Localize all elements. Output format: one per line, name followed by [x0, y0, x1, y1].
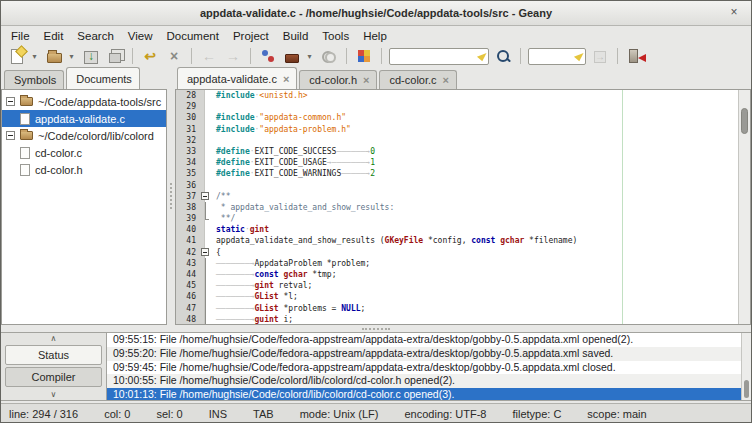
fold-margin [200, 168, 212, 179]
tree-item-label: appdata-validate.c [35, 113, 125, 125]
tab-close-icon[interactable]: × [283, 74, 289, 84]
code-line[interactable]: 35#define·EXIT_CODE_WARNINGS─────→2 [176, 168, 750, 179]
menu-help[interactable]: Help [356, 28, 394, 44]
code-line[interactable]: 28#include·<unistd.h> [176, 90, 750, 101]
status-message-row[interactable]: 09:55:15: File /home/hughsie/Code/fedora… [107, 333, 751, 347]
menu-view[interactable]: View [121, 28, 160, 44]
new-button[interactable] [6, 46, 28, 66]
code-line[interactable]: 30#include·"appdata-common.h" [176, 112, 750, 123]
fold-collapse-icon[interactable] [201, 192, 209, 200]
navigate-forward-button[interactable]: → [222, 46, 244, 66]
close-button[interactable]: × [163, 46, 185, 66]
code-line[interactable]: 46───────→GList *l; [176, 291, 750, 302]
code-line[interactable]: 42{ [176, 247, 750, 258]
geany-window: appdata-validate.c - /home/hughsie/Code/… [0, 0, 752, 423]
tree-item-cd-color.c[interactable]: cd-color.c [2, 144, 166, 161]
fold-margin[interactable] [200, 247, 212, 258]
code-token: i; [279, 315, 293, 324]
tab-close-icon[interactable]: × [363, 75, 369, 85]
menu-file[interactable]: File [4, 28, 37, 44]
editor-scrollbar-thumb[interactable] [741, 108, 748, 134]
code-line[interactable]: 48───────→guint i; [176, 314, 750, 325]
line-number: 32 [176, 135, 200, 146]
fold-margin [200, 213, 212, 224]
code-line[interactable]: 36 [176, 180, 750, 191]
panel-tab-compiler[interactable]: Compiler [5, 367, 102, 387]
open-button[interactable] [43, 46, 65, 66]
editor-tab-cd-color.h[interactable]: cd-color.h× [299, 70, 377, 89]
panel-splitter[interactable] [1, 325, 751, 332]
build-dropdown[interactable]: ▾ [304, 46, 315, 66]
menu-build[interactable]: Build [276, 28, 316, 44]
editor-tab-cd-color.c[interactable]: cd-color.c× [379, 70, 457, 89]
open-dropdown[interactable]: ▾ [66, 46, 77, 66]
tree-item--Code-appdata-tools-src[interactable]: ~/Code/appdata-tools/src [2, 93, 166, 110]
code-line[interactable]: 33#define·EXIT_CODE_SUCCESS──────→0 [176, 146, 750, 157]
messages-scrollbar-thumb[interactable] [744, 380, 749, 398]
sidebar-tab-documents[interactable]: Documents [66, 67, 140, 89]
open-icon [47, 53, 62, 63]
code-line[interactable]: 47───────→GList *problems = NULL; [176, 303, 750, 314]
revert-button[interactable]: ↩ [139, 46, 161, 66]
code-line[interactable]: 45───────→gint retval; [176, 280, 750, 291]
code-line[interactable]: 39 **/ [176, 213, 750, 224]
goto-line-button[interactable] [589, 46, 611, 66]
line-number: 28 [176, 90, 200, 101]
code-token: #define [216, 169, 250, 178]
code-line[interactable]: 37/** [176, 191, 750, 202]
code-line[interactable]: 44───────→const gchar *tmp; [176, 269, 750, 280]
code-area[interactable]: 28#include·<unistd.h>2930#include·"appda… [175, 89, 751, 325]
code-line[interactable]: 38 * appdata_validate_and_show_results: [176, 202, 750, 213]
tree-expander-icon[interactable] [6, 131, 15, 140]
menu-project[interactable]: Project [226, 28, 276, 44]
code-line[interactable]: 40static·gint [176, 224, 750, 235]
compile-button[interactable] [257, 46, 279, 66]
tree-item--Code-colord-lib-colord[interactable]: ~/Code/colord/lib/colord [2, 127, 166, 144]
search-button[interactable] [492, 46, 514, 66]
line-number: 35 [176, 168, 200, 179]
save-all-button[interactable] [104, 46, 126, 66]
status-message-row[interactable]: 09:55:20: File /home/hughsie/Code/fedora… [107, 347, 751, 361]
editor-scrollbar[interactable] [738, 90, 750, 324]
code-line[interactable]: 31#include·"appdata-problem.h" [176, 124, 750, 135]
code-line[interactable]: 43───────→AppdataProblem *problem; [176, 258, 750, 269]
new-dropdown[interactable]: ▾ [29, 46, 40, 66]
status-message-row[interactable]: 10:01:13: File /home/hughsie/Code/colord… [107, 388, 751, 400]
menu-edit[interactable]: Edit [37, 28, 71, 44]
fold-margin[interactable] [200, 191, 212, 202]
tree-item-cd-color.h[interactable]: cd-color.h [2, 161, 166, 178]
panel-tab-status[interactable]: Status [5, 345, 102, 365]
code-token: 2 [370, 169, 375, 178]
panel-tabs-scroll-down-icon[interactable]: ∨ [1, 389, 106, 400]
tab-close-icon[interactable]: × [443, 75, 449, 85]
sidebar-splitter[interactable] [167, 67, 175, 325]
status-message-row[interactable]: 09:59:45: File /home/hughsie/Code/fedora… [107, 361, 751, 375]
color-chooser-button[interactable] [353, 46, 375, 66]
navigate-back-button[interactable]: ← [198, 46, 220, 66]
menu-document[interactable]: Document [160, 28, 226, 44]
menu-search[interactable]: Search [70, 28, 120, 44]
menu-tools[interactable]: Tools [315, 28, 356, 44]
build-button[interactable] [281, 46, 303, 66]
tree-item-appdata-validate.c[interactable]: appdata-validate.c [2, 110, 166, 127]
code-line[interactable]: 34#define·EXIT_CODE_USAGE→───────→1 [176, 157, 750, 168]
line-number: 31 [176, 124, 200, 135]
editor-tab-appdata-validate.c[interactable]: appdata-validate.c× [177, 67, 297, 89]
messages-scrollbar[interactable] [741, 333, 751, 400]
code-line[interactable]: 29 [176, 101, 750, 112]
panel-tabs-scroll-up-icon[interactable]: ∧ [1, 333, 106, 344]
save-button[interactable] [80, 46, 102, 66]
status-message-row[interactable]: 10:00:55: File /home/hughsie/Code/colord… [107, 374, 751, 388]
main-area: SymbolsDocuments ~/Code/appdata-tools/sr… [1, 67, 751, 325]
code-token: gchar [500, 236, 524, 245]
code-line[interactable]: 32 [176, 135, 750, 146]
tree-expander-icon[interactable] [6, 97, 15, 106]
fold-collapse-icon[interactable] [201, 248, 209, 256]
code-line[interactable]: 41appdata_validate_and_show_results (GKe… [176, 235, 750, 246]
execute-button[interactable] [318, 46, 340, 66]
search-input[interactable] [389, 48, 489, 65]
code-text: #include·<unistd.h> [212, 90, 308, 101]
quit-button[interactable] [624, 46, 646, 66]
window-close-button[interactable]: × [726, 5, 742, 21]
sidebar-tab-symbols[interactable]: Symbols [4, 70, 64, 89]
